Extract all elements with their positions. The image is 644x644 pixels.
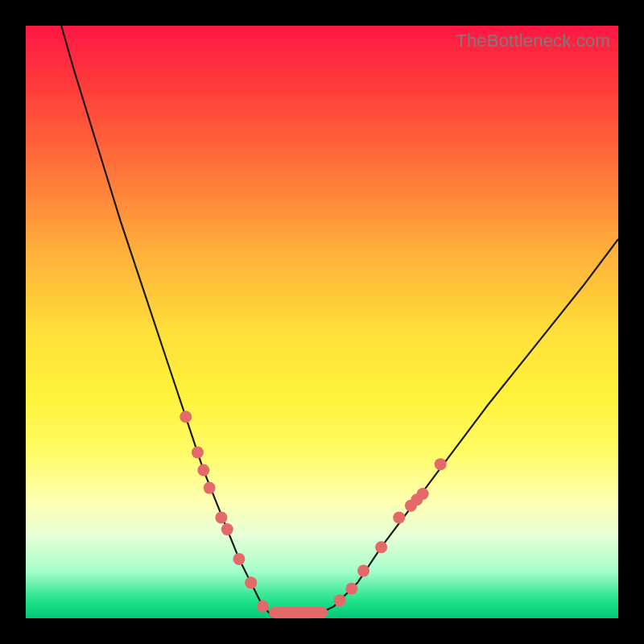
data-marker [215, 511, 227, 523]
data-marker [180, 411, 192, 423]
data-marker [221, 523, 233, 535]
data-marker [375, 541, 387, 553]
data-marker [357, 565, 369, 577]
data-marker [233, 553, 245, 565]
bottleneck-curve [61, 26, 618, 618]
data-marker [334, 594, 346, 606]
data-marker [345, 583, 357, 595]
data-marker [204, 482, 216, 494]
data-marker [197, 464, 209, 477]
data-marker [435, 458, 447, 470]
curve-layer [26, 26, 618, 618]
data-marker [417, 488, 429, 500]
data-marker [245, 576, 257, 588]
data-marker [393, 511, 405, 523]
data-marker [192, 446, 204, 458]
chart-stage: TheBottleneck.com [0, 0, 644, 644]
plot-area: TheBottleneck.com [26, 26, 618, 618]
data-marker [257, 601, 269, 613]
markers-right [334, 458, 447, 606]
